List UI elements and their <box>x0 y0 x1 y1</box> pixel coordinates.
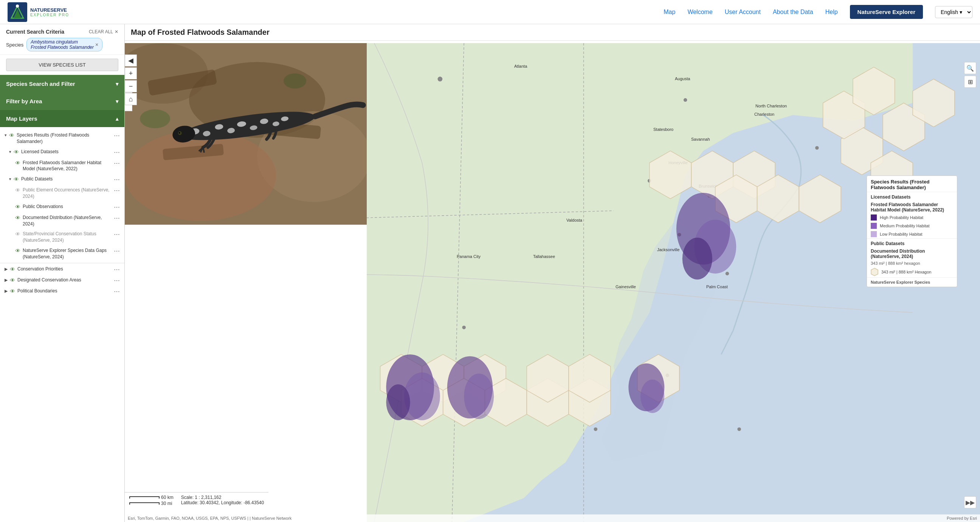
current-criteria-title: Current Search Criteria <box>6 29 64 35</box>
eye-icon-4[interactable]: 👁 <box>14 176 19 182</box>
legend-documented-title: Documented Distribution (NatureServe, 20… <box>867 247 957 260</box>
eye-icon-9[interactable]: 👁 <box>10 277 15 283</box>
layer-designated-conservation[interactable]: ▶ 👁 Designated Conservation Areas ⋯ <box>0 275 124 286</box>
eye-icon-2[interactable]: 👁 <box>14 149 19 155</box>
svg-point-8 <box>125 130 276 221</box>
layer-species-data-gaps[interactable]: 👁 NatureServe Explorer Species Data Gaps… <box>0 246 124 262</box>
legend-footer: NatureServe Explorer Species <box>867 277 957 287</box>
layer-public-observations[interactable]: 👁 Public Observations ⋯ <box>0 202 124 212</box>
current-criteria-section: Current Search Criteria CLEAR ALL ✕ Spec… <box>0 24 124 55</box>
grid-view-button[interactable]: ⊞ <box>964 76 976 88</box>
legend-medium-habitat: Medium Probability Habitat <box>867 222 957 230</box>
ellipsis-icon-2[interactable]: ⋯ <box>114 148 120 156</box>
filter-area-header[interactable]: Filter by Area ▾ <box>0 93 124 110</box>
natureserve-logo-icon <box>8 2 27 22</box>
eye-icon-7[interactable]: 👁 <box>15 248 21 254</box>
map-layers-header[interactable]: Map Layers ▴ <box>0 110 124 127</box>
eye-icon-10[interactable]: 👁 <box>10 288 15 294</box>
zoom-in-button[interactable]: + <box>125 67 137 80</box>
zoom-out-button[interactable]: − <box>125 80 137 92</box>
ellipsis-icon-3[interactable]: ⋯ <box>114 160 120 167</box>
species-search-header[interactable]: Species Search and Filter ▾ <box>0 75 124 92</box>
svg-point-13 <box>283 73 306 88</box>
layer-state-conservation[interactable]: 👁 State/Provincial Conservation Status (… <box>0 229 124 246</box>
attribution-text: Esri, TomTom, Garmin, FAO, NOAA, USGS, E… <box>128 516 291 520</box>
svg-point-33 <box>684 98 687 102</box>
legend-high-habitat: High Probability Habitat <box>867 213 957 222</box>
eye-icon-6[interactable]: 👁 <box>15 215 21 221</box>
nav-about-data-link[interactable]: About the Data <box>773 9 813 16</box>
layer-public-element-occurrences[interactable]: 👁 Public Element Occurrences (NatureServ… <box>0 185 124 202</box>
svg-point-42 <box>737 428 741 431</box>
ellipsis-icon-5[interactable]: ⋯ <box>114 187 120 194</box>
filter-area-accordion: Filter by Area ▾ <box>0 92 124 110</box>
species-tag[interactable]: Ambystoma cingulatumFrosted Flatwoods Sa… <box>27 38 102 51</box>
eye-icon-8[interactable]: 👁 <box>10 266 15 272</box>
legend-high-label: High Probability Habitat <box>880 215 923 220</box>
ellipsis-icon-4[interactable]: ⋯ <box>114 176 120 183</box>
ellipsis-icon[interactable]: ⋯ <box>114 132 120 139</box>
nav-help-link[interactable]: Help <box>826 9 838 16</box>
layer-name-9: NatureServe Explorer Species Data Gaps (… <box>23 247 111 260</box>
expand-icon: ▾ <box>5 133 7 138</box>
legend-low-label: Low Probability Habitat <box>880 232 923 236</box>
layer-name-3: Frosted Flatwoods Salamander Habitat Mod… <box>23 160 111 172</box>
legend-swatch-low <box>871 231 877 237</box>
expand-icon-2: ▾ <box>9 149 11 154</box>
legend-hex-label: 343 mi² | 888 km² hexagon <box>867 260 957 267</box>
language-selector[interactable]: English ▾ <box>935 6 972 18</box>
map-title: Map of Frosted Flatwoods Salamander <box>125 24 980 41</box>
layer-documented-distribution[interactable]: 👁 Documented Distribution (NatureServe, … <box>0 212 124 229</box>
species-tag-text: Ambystoma cingulatumFrosted Flatwoods Sa… <box>30 39 94 50</box>
ellipsis-icon-12[interactable]: ⋯ <box>114 288 120 295</box>
eye-icon-dim-2[interactable]: 👁 <box>15 231 21 237</box>
natureserve-explorer-button[interactable]: NatureServe Explorer <box>850 5 923 19</box>
layer-name-5: Public Element Occurrences (NatureServe,… <box>23 187 111 200</box>
eye-icon-3[interactable]: 👁 <box>15 160 21 166</box>
species-search-label: Species Search and Filter <box>6 81 75 87</box>
nav-user-account-link[interactable]: User Account <box>725 9 761 16</box>
search-map-button[interactable]: 🔍 <box>964 62 976 74</box>
ellipsis-icon-11[interactable]: ⋯ <box>114 277 120 284</box>
nav-welcome-link[interactable]: Welcome <box>687 9 712 16</box>
legend-title: Species Results (Frosted Flatwoods Salam… <box>867 176 957 192</box>
salamander-photo <box>125 43 367 225</box>
layer-name-8: State/Provincial Conservation Status (Na… <box>23 231 111 244</box>
home-button[interactable]: ⌂ <box>125 93 137 105</box>
ellipsis-icon-8[interactable]: ⋯ <box>114 231 120 238</box>
species-tag-close-icon[interactable]: × <box>95 42 98 48</box>
ellipsis-icon-6[interactable]: ⋯ <box>114 203 120 211</box>
layer-habitat-model[interactable]: 👁 Frosted Flatwoods Salamander Habitat M… <box>0 158 124 174</box>
ellipsis-icon-7[interactable]: ⋯ <box>114 214 120 222</box>
layer-public-datasets[interactable]: ▾ 👁 Public Datasets ⋯ <box>0 174 124 185</box>
layer-name-2: Licensed Datasets <box>21 148 111 155</box>
layer-licensed-datasets[interactable]: ▾ 👁 Licensed Datasets ⋯ <box>0 147 124 158</box>
eye-icon-5[interactable]: 👁 <box>15 204 21 210</box>
svg-point-36 <box>725 272 729 275</box>
ellipsis-icon-9[interactable]: ⋯ <box>114 247 120 255</box>
nav-map-link[interactable]: Map <box>663 9 675 16</box>
layer-name-7: Documented Distribution (NatureServe, 20… <box>23 214 111 227</box>
map-container[interactable]: Map of Frosted Flatwoods Salamander ◀ <box>125 24 980 522</box>
legend-medium-label: Medium Probability Habitat <box>880 223 929 228</box>
eye-icon[interactable]: 👁 <box>9 132 14 139</box>
view-species-list-button[interactable]: VIEW SPECIES LIST <box>6 59 118 71</box>
collapse-map-button[interactable]: ◀ <box>125 54 137 67</box>
layer-name: Species Results (Frosted Flatwoods Salam… <box>17 132 111 145</box>
layer-conservation-priorities[interactable]: ▶ 👁 Conservation Priorities ⋯ <box>0 264 124 275</box>
layer-political-boundaries[interactable]: ▶ 👁 Political Boundaries ⋯ <box>0 286 124 297</box>
legend-swatch-high <box>871 214 877 220</box>
legend-expand-button[interactable]: ▶▶ <box>964 496 976 508</box>
ellipsis-icon-10[interactable]: ⋯ <box>114 266 120 273</box>
svg-point-43 <box>815 146 819 149</box>
svg-point-12 <box>140 109 170 128</box>
logo-text: NATURESERVE EXPLORER PRO <box>30 7 69 17</box>
layer-species-results[interactable]: ▾ 👁 Species Results (Frosted Flatwoods S… <box>0 130 124 147</box>
clear-all-button[interactable]: CLEAR ALL ✕ <box>89 29 118 34</box>
scale-km-label: 60 km <box>161 495 173 500</box>
svg-point-35 <box>707 194 711 198</box>
eye-icon-dim-1[interactable]: 👁 <box>15 187 21 193</box>
map-controls: ◀ + − ⌂ <box>125 54 137 105</box>
species-search-accordion: Species Search and Filter ▾ <box>0 75 124 92</box>
chevron-down-icon: ▾ <box>116 81 118 87</box>
